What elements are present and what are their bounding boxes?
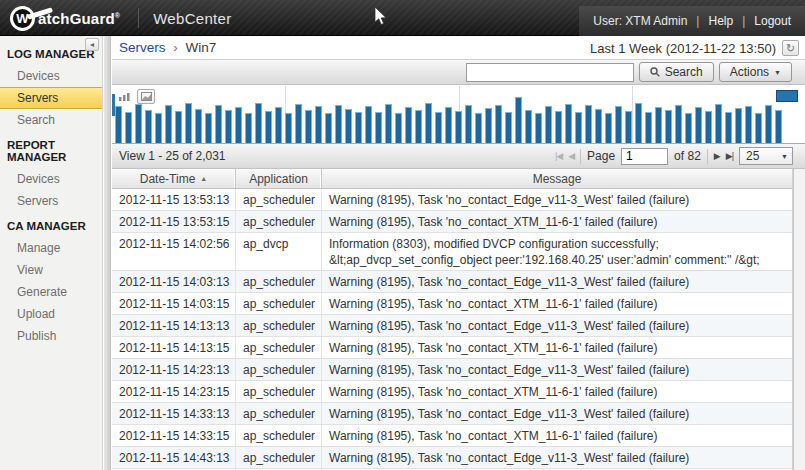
column-header-message[interactable]: Message — [322, 169, 792, 188]
histogram-bar[interactable] — [505, 112, 512, 143]
histogram-bar[interactable] — [695, 107, 702, 143]
histogram-bar[interactable] — [205, 113, 212, 143]
histogram-bar[interactable] — [185, 103, 192, 143]
histogram-bar[interactable] — [715, 104, 722, 143]
sidebar-splitter[interactable] — [104, 36, 111, 470]
histogram-bar[interactable] — [115, 106, 122, 143]
histogram-bar[interactable] — [125, 112, 132, 143]
table-row[interactable]: 2012-11-15 14:03:13ap_schedulerWarning (… — [112, 271, 792, 293]
histogram-bar[interactable] — [605, 113, 612, 143]
histogram-bar[interactable] — [525, 110, 532, 143]
histogram-bar[interactable] — [175, 111, 182, 143]
table-row[interactable]: 2012-11-15 14:23:13ap_schedulerWarning (… — [112, 359, 792, 381]
help-link[interactable]: Help — [708, 14, 733, 28]
histogram-bar[interactable] — [545, 106, 552, 143]
first-page-icon[interactable]: |◀ — [555, 151, 562, 161]
bar-chart-toggle-button[interactable] — [115, 89, 133, 104]
histogram-bar[interactable] — [345, 109, 352, 143]
histogram-bar[interactable] — [235, 107, 242, 143]
histogram-bar[interactable] — [655, 107, 662, 143]
breadcrumb-servers-link[interactable]: Servers — [119, 40, 166, 55]
histogram-bar[interactable] — [555, 111, 562, 143]
sidebar-item-report-servers[interactable]: Servers — [0, 190, 102, 212]
table-row[interactable]: 2012-11-15 14:33:13ap_schedulerWarning (… — [112, 403, 792, 425]
histogram-bar[interactable] — [775, 110, 782, 143]
histogram-bar[interactable] — [195, 109, 202, 143]
sidebar-item-log-search[interactable]: Search — [0, 109, 102, 131]
sidebar-item-ca-view[interactable]: View — [0, 259, 102, 281]
sidebar-item-report-devices[interactable]: Devices — [0, 168, 102, 190]
histogram-bar[interactable] — [375, 112, 382, 143]
histogram-bar[interactable] — [265, 111, 272, 143]
histogram-bar[interactable] — [745, 106, 752, 143]
legend-swatch[interactable] — [776, 90, 798, 102]
sidebar-item-ca-upload[interactable]: Upload — [0, 303, 102, 325]
histogram-bar[interactable] — [165, 105, 172, 143]
histogram-bar[interactable] — [155, 113, 162, 143]
search-button[interactable]: Search — [639, 62, 714, 82]
histogram-bar[interactable] — [365, 106, 372, 143]
histogram-bar[interactable] — [455, 111, 462, 143]
table-row[interactable]: 2012-11-15 14:13:15ap_schedulerWarning (… — [112, 337, 792, 359]
histogram-bar[interactable] — [755, 113, 762, 143]
last-page-icon[interactable]: ▶| — [726, 151, 733, 161]
histogram-bar[interactable] — [445, 107, 452, 143]
prev-page-icon[interactable]: ◀ — [568, 151, 574, 161]
histogram-bar[interactable] — [535, 113, 542, 143]
page-number-input[interactable] — [621, 148, 668, 165]
histogram-bar[interactable] — [405, 107, 412, 143]
histogram-bar[interactable] — [425, 103, 432, 143]
refresh-button[interactable]: ↻ — [782, 40, 799, 56]
table-row[interactable]: 2012-11-15 14:33:15ap_schedulerWarning (… — [112, 425, 792, 447]
histogram-bar[interactable] — [335, 105, 342, 143]
table-row[interactable]: 2012-11-15 13:53:13ap_schedulerWarning (… — [112, 189, 792, 211]
sidebar-item-log-servers[interactable]: Servers — [0, 87, 102, 109]
histogram-bar[interactable] — [485, 108, 492, 143]
sidebar-item-ca-publish[interactable]: Publish — [0, 325, 102, 347]
histogram-bar[interactable] — [585, 105, 592, 143]
column-header-application[interactable]: Application — [236, 169, 322, 188]
histogram-bar[interactable] — [135, 104, 142, 143]
page-size-select[interactable]: 25 ▼ — [739, 147, 793, 165]
histogram-bar[interactable] — [735, 108, 742, 143]
histogram-bar[interactable] — [615, 106, 622, 143]
table-row[interactable]: 2012-11-15 14:03:15ap_schedulerWarning (… — [112, 293, 792, 315]
sidebar-item-ca-manage[interactable]: Manage — [0, 237, 102, 259]
histogram-bar[interactable] — [575, 112, 582, 143]
histogram-bar[interactable] — [315, 106, 322, 143]
histogram-bar[interactable] — [435, 112, 442, 143]
histogram-bar[interactable] — [415, 110, 422, 143]
histogram-bar[interactable] — [675, 105, 682, 143]
histogram-bar[interactable] — [255, 103, 262, 143]
histogram-bar[interactable] — [285, 113, 292, 143]
histogram-bar[interactable] — [645, 112, 652, 143]
histogram-bar[interactable] — [325, 113, 332, 143]
histogram-bar[interactable] — [145, 110, 152, 143]
histogram-bar[interactable] — [765, 105, 772, 143]
histogram-bar[interactable] — [665, 110, 672, 143]
histogram-bar[interactable] — [215, 105, 222, 143]
histogram-bar[interactable] — [385, 104, 392, 143]
histogram-bar[interactable] — [465, 105, 472, 143]
table-row[interactable]: 2012-11-15 13:53:15ap_schedulerWarning (… — [112, 211, 792, 233]
histogram-bar[interactable] — [635, 103, 642, 143]
sidebar-collapse-button[interactable]: ◂ — [85, 38, 99, 51]
histogram-bar[interactable] — [305, 110, 312, 143]
histogram-bar[interactable] — [725, 112, 732, 143]
vertical-scrollbar[interactable] — [793, 169, 805, 470]
logout-link[interactable]: Logout — [754, 14, 791, 28]
histogram-bar[interactable] — [395, 113, 402, 143]
column-header-datetime[interactable]: Date-Time ▲ — [112, 169, 236, 188]
table-row[interactable]: 2012-11-15 14:43:13ap_schedulerWarning (… — [112, 447, 792, 469]
histogram-bar[interactable] — [295, 104, 302, 143]
histogram-bar[interactable] — [225, 110, 232, 143]
table-row[interactable]: 2012-11-15 14:23:15ap_schedulerWarning (… — [112, 381, 792, 403]
actions-button[interactable]: Actions ▼ — [719, 62, 792, 82]
histogram-bar[interactable] — [515, 97, 522, 143]
sidebar-item-ca-generate[interactable]: Generate — [0, 281, 102, 303]
histogram-bar[interactable] — [495, 105, 502, 143]
sidebar-item-log-devices[interactable]: Devices — [0, 65, 102, 87]
search-input[interactable] — [466, 63, 634, 82]
histogram-bar[interactable] — [705, 111, 712, 143]
histogram-bar[interactable] — [625, 111, 632, 143]
